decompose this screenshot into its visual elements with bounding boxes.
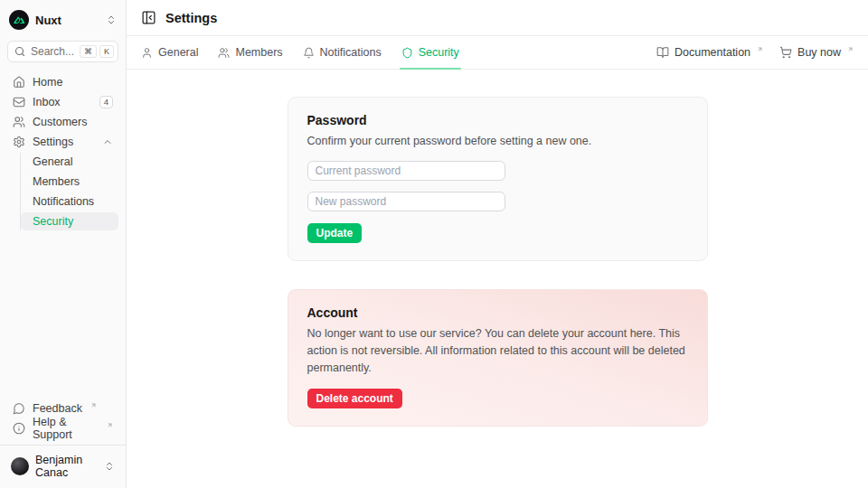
tab-label: General [158,46,198,59]
tabbar-actions: Documentation Buy now [656,36,854,69]
user-name: Benjamin Canac [35,454,98,479]
sidebar-spacer [7,230,118,399]
avatar [11,457,29,475]
account-card-title: Account [307,305,688,320]
settings-content: Password Confirm your current password b… [127,70,868,488]
chevron-up-icon [102,136,113,147]
sidebar-item-label: Notifications [33,195,94,208]
team-name: Nuxt [35,14,61,27]
tab-label: Security [419,46,459,59]
account-card-description: No longer want to use our service? You c… [307,325,688,377]
sidebar-item-security[interactable]: Security [21,212,118,230]
tab-notifications[interactable]: Notifications [303,36,382,69]
search-kbd-shortcut: ⌘ K [80,45,114,59]
sidebar-nav: Home Inbox 4 Customers Settings Gene [7,73,118,230]
shield-icon [401,47,413,59]
users-icon [13,116,25,128]
team-switcher[interactable]: Nuxt [7,7,118,33]
password-card-description: Confirm your current password before set… [307,133,688,150]
cart-icon [779,46,792,59]
search-icon [14,46,25,57]
update-password-button[interactable]: Update [307,223,363,243]
search-input[interactable]: Search... ⌘ K [7,41,118,62]
buy-now-link[interactable]: Buy now [779,46,854,59]
users-icon [218,47,230,59]
chevrons-up-down-icon [104,461,115,472]
search-placeholder: Search... [31,45,74,58]
sidebar-item-label: General [33,155,72,168]
external-link-icon [107,422,113,428]
inbox-count-badge: 4 [99,96,113,108]
tab-label: Members [235,46,282,59]
tab-general[interactable]: General [141,36,198,69]
nuxt-logo-icon [9,10,29,30]
sidebar-footer: Feedback Help & Support [7,399,118,437]
sidebar-item-label: Security [33,215,73,228]
gear-icon [13,136,25,148]
bell-icon [303,47,315,59]
current-password-input[interactable] [307,161,505,181]
app-window: Nuxt Search... ⌘ K Home Inbox 4 [0,0,868,488]
external-link-icon [757,46,763,52]
sidebar-item-help-support[interactable]: Help & Support [7,419,118,437]
collapse-sidebar-icon[interactable] [141,10,156,25]
sidebar-item-label: Customers [33,116,87,128]
sidebar-item-label: Settings [33,136,73,148]
new-password-input[interactable] [307,192,505,211]
external-link-icon [847,46,854,52]
sidebar-item-label: Inbox [33,96,61,108]
sidebar-item-feedback[interactable]: Feedback [7,399,118,418]
delete-account-button[interactable]: Delete account [307,389,402,408]
page-title: Settings [165,11,217,25]
inbox-icon [13,96,25,108]
user-icon [141,47,153,59]
sidebar-item-inbox[interactable]: Inbox 4 [7,93,118,111]
sidebar-item-label: Feedback [33,402,82,415]
settings-tabbar: General Members Notifications Security D… [127,36,868,70]
documentation-link[interactable]: Documentation [656,46,763,59]
sidebar-item-label: Members [33,175,80,188]
kbd-k: K [99,45,114,59]
kbd-meta: ⌘ [80,45,97,59]
sidebar: Nuxt Search... ⌘ K Home Inbox 4 [0,0,127,488]
tab-security[interactable]: Security [401,36,459,69]
sidebar-item-notifications[interactable]: Notifications [21,192,118,211]
chevrons-up-down-icon [106,14,117,25]
action-label: Buy now [797,46,841,59]
external-link-icon [90,402,97,408]
sidebar-item-customers[interactable]: Customers [7,113,118,131]
home-icon [13,76,25,89]
page-header: Settings [127,0,868,36]
sidebar-item-label: Help & Support [33,416,99,441]
sidebar-item-members[interactable]: Members [21,173,118,191]
sidebar-item-home[interactable]: Home [7,73,118,91]
sidebar-item-label: Home [33,76,62,89]
account-card: Account No longer want to use our servic… [288,289,708,427]
book-open-icon [656,46,669,59]
sidebar-item-settings[interactable]: Settings [7,133,118,151]
info-icon [13,422,25,435]
action-label: Documentation [675,46,750,59]
main-area: Settings General Members Notifications S… [127,0,868,488]
settings-subnav: General Members Notifications Security [20,153,118,230]
chat-bubble-icon [13,402,25,415]
password-card-title: Password [307,113,688,127]
tab-label: Notifications [320,46,382,59]
user-menu[interactable]: Benjamin Canac [7,446,118,481]
sidebar-item-general[interactable]: General [21,153,118,171]
tab-members[interactable]: Members [218,36,282,69]
password-card: Password Confirm your current password b… [288,97,708,261]
